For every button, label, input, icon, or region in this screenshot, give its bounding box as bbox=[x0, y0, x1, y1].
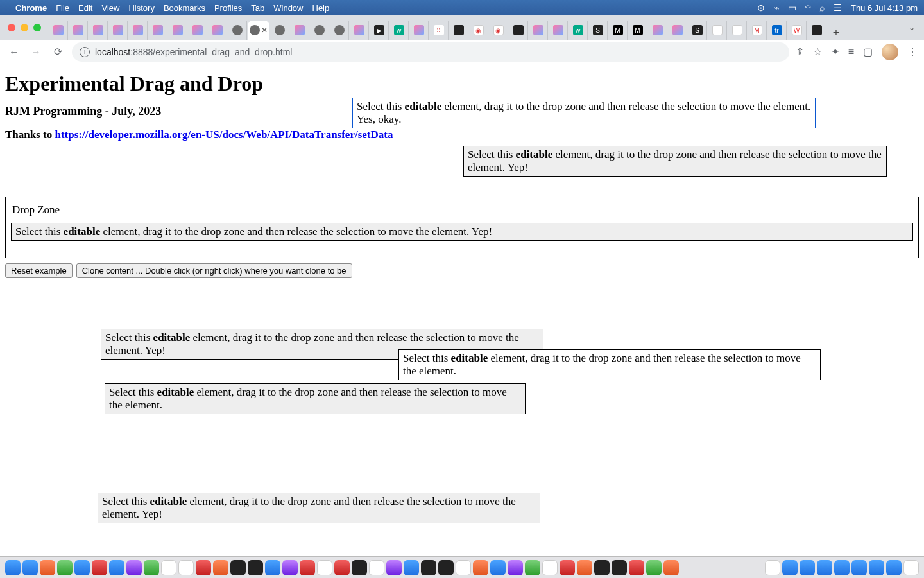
bookmark-star-icon[interactable]: ☆ bbox=[813, 46, 822, 58]
menu-window[interactable]: Window bbox=[273, 3, 303, 13]
dock-app-icon[interactable] bbox=[886, 560, 902, 575]
dock-app-icon[interactable] bbox=[800, 560, 815, 575]
dock-app-icon[interactable] bbox=[508, 560, 523, 575]
browser-tab-active[interactable]: ✕ bbox=[248, 21, 270, 40]
dock-app-icon[interactable] bbox=[40, 560, 55, 575]
dock-app-icon[interactable] bbox=[851, 560, 867, 575]
dock-app-icon[interactable] bbox=[352, 560, 367, 575]
browser-tab[interactable]: ✱ bbox=[708, 21, 727, 40]
dock-app-icon[interactable] bbox=[490, 560, 506, 575]
editable-box[interactable]: Select this editable element, drag it to… bbox=[352, 98, 816, 128]
dock-app-icon[interactable] bbox=[109, 560, 124, 575]
browser-tab[interactable]: ◉ bbox=[469, 21, 488, 40]
dock-app-icon[interactable] bbox=[300, 560, 315, 575]
forward-button[interactable]: → bbox=[28, 44, 44, 60]
drop-zone[interactable]: Drop Zone Select this editable element, … bbox=[5, 197, 919, 258]
wifi-icon[interactable]: ⌔ bbox=[805, 3, 810, 13]
site-info-icon[interactable]: i bbox=[80, 47, 90, 57]
browser-tab[interactable]: S bbox=[588, 21, 608, 40]
browser-tab[interactable] bbox=[509, 21, 528, 40]
dock-app-icon[interactable] bbox=[230, 560, 246, 575]
dock-app-icon[interactable] bbox=[126, 560, 142, 575]
dock-app-icon[interactable] bbox=[594, 560, 610, 575]
dock-trash-icon[interactable] bbox=[903, 560, 919, 575]
dock-app-icon[interactable] bbox=[542, 560, 558, 575]
browser-tab[interactable] bbox=[228, 21, 247, 40]
dock-app-icon[interactable] bbox=[612, 560, 627, 575]
dock-app-icon[interactable] bbox=[834, 560, 850, 575]
browser-tab[interactable] bbox=[310, 21, 329, 40]
dock-app-icon[interactable] bbox=[438, 560, 454, 575]
browser-tab[interactable]: ✱ bbox=[728, 21, 747, 40]
browser-tab[interactable] bbox=[648, 21, 667, 40]
reload-button[interactable]: ⟳ bbox=[50, 44, 65, 60]
dock-app-icon[interactable] bbox=[57, 560, 73, 575]
browser-tab[interactable] bbox=[108, 21, 128, 40]
dock-app-icon[interactable] bbox=[22, 560, 38, 575]
browser-tab[interactable]: M bbox=[748, 21, 767, 40]
app-name[interactable]: Chrome bbox=[15, 3, 47, 13]
dock-app-icon[interactable] bbox=[317, 560, 332, 575]
dock-app-icon[interactable] bbox=[456, 560, 471, 575]
reset-button[interactable]: Reset example bbox=[5, 263, 73, 278]
browser-tab[interactable] bbox=[330, 21, 349, 40]
spotlight-icon[interactable]: ⌕ bbox=[819, 3, 825, 13]
dock-app-icon[interactable] bbox=[577, 560, 592, 575]
menu-history[interactable]: History bbox=[128, 3, 154, 13]
dock-app-icon[interactable] bbox=[782, 560, 798, 575]
thanks-link[interactable]: https://developer.mozilla.org/en-US/docs… bbox=[55, 128, 393, 141]
browser-tab[interactable]: W bbox=[787, 21, 807, 40]
editable-box[interactable]: Select this editable element, drag it to… bbox=[98, 493, 540, 523]
editable-box[interactable]: Select this editable element, drag it to… bbox=[463, 146, 887, 177]
menu-edit[interactable]: Edit bbox=[78, 3, 92, 13]
dock-app-icon[interactable] bbox=[213, 560, 228, 575]
browser-tab[interactable] bbox=[807, 21, 826, 40]
browser-tab[interactable] bbox=[69, 21, 88, 40]
menu-help[interactable]: Help bbox=[312, 3, 330, 13]
browser-tab[interactable] bbox=[89, 21, 108, 40]
dock-app-icon[interactable] bbox=[5, 560, 21, 575]
browser-tab[interactable] bbox=[350, 21, 369, 40]
share-icon[interactable]: ⇪ bbox=[796, 46, 804, 58]
browser-tab[interactable] bbox=[270, 21, 289, 40]
reading-list-icon[interactable]: ≡ bbox=[848, 46, 854, 58]
browser-tab[interactable]: w bbox=[389, 21, 409, 40]
browser-tab[interactable]: M bbox=[608, 21, 628, 40]
dock-app-icon[interactable] bbox=[629, 560, 644, 575]
new-tab-button[interactable]: + bbox=[827, 26, 845, 40]
dock-app-icon[interactable] bbox=[161, 560, 176, 575]
browser-tab[interactable]: ◉ bbox=[489, 21, 508, 40]
bluetooth-icon[interactable]: ⌁ bbox=[774, 3, 779, 13]
editable-box[interactable]: Select this editable element, drag it to… bbox=[398, 349, 821, 380]
tab-overflow-icon[interactable]: ⌄ bbox=[909, 23, 919, 32]
dock-app-icon[interactable] bbox=[178, 560, 194, 575]
clone-button[interactable]: Clone content ... Double click (or right… bbox=[76, 263, 352, 278]
close-window-button[interactable] bbox=[8, 24, 15, 31]
browser-tab[interactable] bbox=[409, 21, 429, 40]
zoom-window-button[interactable] bbox=[33, 24, 41, 31]
chrome-menu-icon[interactable]: ⋮ bbox=[907, 46, 918, 58]
browser-tab[interactable] bbox=[668, 21, 687, 40]
dock-app-icon[interactable] bbox=[473, 560, 488, 575]
menu-file[interactable]: File bbox=[56, 3, 69, 13]
browser-tab[interactable] bbox=[128, 21, 148, 40]
dock-app-icon[interactable] bbox=[144, 560, 159, 575]
browser-tab[interactable] bbox=[449, 21, 468, 40]
back-button[interactable]: ← bbox=[6, 44, 22, 60]
dock-app-icon[interactable] bbox=[369, 560, 384, 575]
dock-app-icon[interactable] bbox=[404, 560, 419, 575]
dock-app-icon[interactable] bbox=[525, 560, 540, 575]
dock-app-icon[interactable] bbox=[92, 560, 107, 575]
dock-app-icon[interactable] bbox=[334, 560, 350, 575]
dock-app-icon[interactable] bbox=[663, 560, 679, 575]
browser-tab[interactable]: ▶ bbox=[370, 21, 389, 40]
battery-icon[interactable]: ▭ bbox=[788, 3, 796, 13]
browser-tab[interactable]: tr bbox=[767, 21, 787, 40]
address-bar[interactable]: i localhost:8888/experimental_drag_and_d… bbox=[72, 42, 789, 62]
browser-tab[interactable]: w bbox=[569, 21, 588, 40]
browser-tab[interactable] bbox=[290, 21, 309, 40]
browser-tab[interactable] bbox=[148, 21, 167, 40]
dock-app-icon[interactable] bbox=[74, 560, 90, 575]
browser-tab[interactable] bbox=[168, 21, 187, 40]
dock-app-icon[interactable] bbox=[765, 560, 780, 575]
